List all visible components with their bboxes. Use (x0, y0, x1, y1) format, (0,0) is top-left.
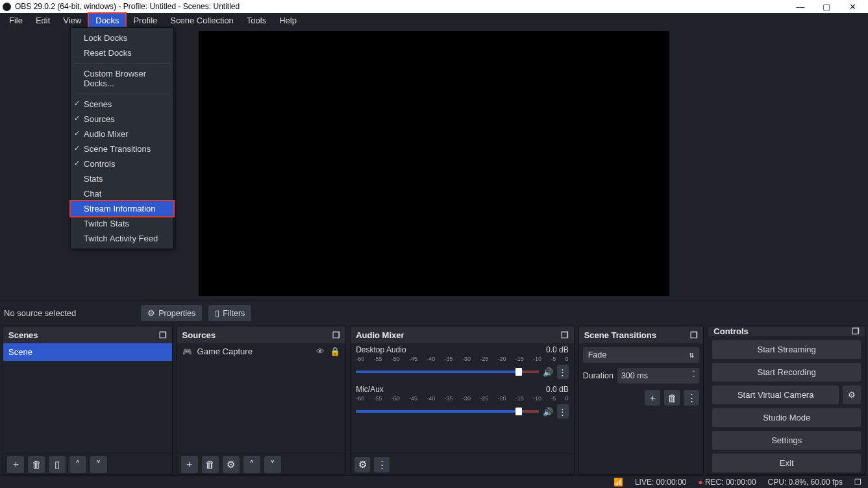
window-title: OBS 29.0.2 (64-bit, windows) - Profile: … (15, 2, 240, 11)
volume-slider[interactable] (356, 410, 538, 413)
remove-scene-button[interactable]: 🗑 (28, 456, 45, 473)
source-item[interactable]: 🎮 Game Capture 👁 🔒 (177, 343, 346, 360)
status-bar: 📶 LIVE: 00:00:00 ● REC: 00:00:00 CPU: 0.… (0, 475, 868, 488)
move-down-button[interactable]: ˅ (264, 456, 281, 473)
mute-icon[interactable]: 🔊 (543, 367, 553, 377)
lock-icon[interactable]: 🔒 (330, 347, 340, 356)
mixer-options-button[interactable]: ⋮ (374, 457, 390, 472)
sources-title: Sources (182, 330, 216, 340)
dropdown-separator (75, 63, 169, 64)
dock-icon[interactable]: ❐ (854, 478, 862, 487)
scenes-title: Scenes (8, 330, 38, 340)
network-icon: 📶 (614, 478, 623, 487)
track-level: 0.0 dB (546, 385, 569, 394)
track-name: Desktop Audio (356, 345, 406, 354)
mute-icon[interactable]: 🔊 (543, 407, 553, 417)
controls-header: Controls ❐ (708, 326, 865, 336)
docks-chat[interactable]: Chat (71, 186, 173, 201)
tick: -40 (427, 395, 435, 402)
start-recording-button[interactable]: Start Recording (712, 363, 861, 382)
duration-input[interactable]: 300 ms ˄˅ (617, 368, 699, 384)
chevron-updown-icon: ⇅ (689, 352, 694, 359)
scenes-list: Scene (3, 343, 172, 454)
remove-transition-button[interactable]: 🗑 (664, 390, 680, 406)
track-options-button[interactable]: ⋮ (557, 365, 569, 379)
slider-handle[interactable] (515, 408, 522, 415)
status-cpu: CPU: 0.8%, 60.00 fps (768, 478, 843, 487)
menu-file[interactable]: File (3, 14, 29, 27)
menu-profile[interactable]: Profile (127, 14, 164, 27)
docks-sources[interactable]: Sources (71, 112, 173, 127)
docks-custom-browser[interactable]: Custom Browser Docks... (71, 66, 173, 91)
tick: 0 (565, 356, 569, 362)
filters-button[interactable]: ▯ Filters (208, 305, 251, 321)
maximize-button[interactable]: ▢ (813, 2, 839, 12)
docks-stats[interactable]: Stats (71, 171, 173, 186)
scene-item[interactable]: Scene (3, 343, 172, 361)
tick: -30 (462, 356, 471, 362)
track-options-button[interactable]: ⋮ (557, 404, 569, 419)
transition-options-button[interactable]: ⋮ (684, 390, 699, 406)
docks-scenes[interactable]: Scenes (71, 97, 173, 112)
properties-button[interactable]: ⚙ Properties (141, 305, 202, 321)
tick: -15 (515, 356, 524, 362)
vcam-settings-button[interactable]: ⚙ (843, 385, 861, 404)
visibility-icon[interactable]: 👁 (316, 347, 325, 356)
start-virtual-camera-button[interactable]: Start Virtual Camera (712, 385, 839, 404)
add-source-button[interactable]: ＋ (181, 456, 198, 473)
close-button[interactable]: ✕ (839, 2, 865, 12)
mixer-body: Desktop Audio 0.0 dB -60-55-50-45-40-35-… (351, 343, 573, 454)
move-up-button[interactable]: ˄ (243, 456, 260, 473)
menu-scene-collection[interactable]: Scene Collection (164, 14, 240, 27)
remove-source-button[interactable]: 🗑 (202, 456, 219, 473)
popout-icon[interactable]: ❐ (159, 330, 167, 340)
tick: -55 (373, 395, 382, 402)
gear-icon: ⚙ (147, 308, 155, 318)
docks-controls[interactable]: Controls (71, 156, 173, 171)
docks-twitch-stats[interactable]: Twitch Stats (71, 216, 173, 231)
transition-select[interactable]: Fade ⇅ (583, 347, 700, 363)
docks-twitch-activity[interactable]: Twitch Activity Feed (71, 231, 173, 246)
popout-icon[interactable]: ❐ (852, 326, 860, 336)
move-up-button[interactable]: ˄ (69, 456, 86, 473)
settings-button[interactable]: Settings (712, 431, 861, 450)
add-scene-button[interactable]: ＋ (7, 456, 24, 473)
exit-button[interactable]: Exit (712, 454, 861, 472)
docks-reset[interactable]: Reset Docks (71, 45, 173, 60)
menu-edit[interactable]: Edit (29, 14, 56, 27)
docks-lock[interactable]: Lock Docks (71, 30, 173, 45)
tick: -5 (551, 356, 556, 362)
minimize-button[interactable]: — (787, 2, 813, 12)
add-transition-button[interactable]: ＋ (645, 390, 660, 406)
studio-mode-button[interactable]: Studio Mode (712, 408, 861, 427)
tick: -50 (391, 395, 400, 402)
scenes-dock: Scenes ❐ Scene ＋ 🗑 ▯ ˄ ˅ (3, 326, 173, 475)
scene-filter-button[interactable]: ▯ (49, 456, 66, 473)
spinner-icon[interactable]: ˄˅ (692, 371, 695, 381)
tick: -5 (551, 395, 556, 402)
gear-icon: ⚙ (848, 390, 856, 400)
popout-icon[interactable]: ❐ (561, 330, 569, 340)
tick: -40 (427, 356, 435, 362)
popout-icon[interactable]: ❐ (690, 330, 698, 340)
docks-stream-information[interactable]: Stream Information (71, 201, 173, 216)
tick: 0 (565, 395, 569, 402)
tick: -30 (462, 395, 471, 402)
popout-icon[interactable]: ❐ (332, 330, 340, 340)
slider-handle[interactable] (515, 368, 522, 376)
start-streaming-button[interactable]: Start Streaming (712, 340, 861, 359)
menu-view[interactable]: View (56, 14, 88, 27)
docks-audio-mixer[interactable]: Audio Mixer (71, 127, 173, 141)
track-level: 0.0 dB (546, 345, 569, 354)
menu-help[interactable]: Help (273, 14, 303, 27)
advanced-audio-button[interactable]: ⚙ (354, 457, 370, 472)
volume-slider[interactable] (356, 371, 538, 373)
move-down-button[interactable]: ˅ (90, 456, 107, 473)
menu-tools[interactable]: Tools (240, 14, 273, 27)
docks-scene-transitions[interactable]: Scene Transitions (71, 141, 173, 156)
tick: -25 (480, 356, 488, 362)
menu-docks[interactable]: Docks (88, 12, 127, 29)
preview-canvas[interactable] (199, 31, 669, 296)
transitions-body: Fade ⇅ Duration 300 ms ˄˅ ＋ 🗑 ⋮ (579, 343, 704, 409)
source-properties-button[interactable]: ⚙ (223, 456, 240, 473)
